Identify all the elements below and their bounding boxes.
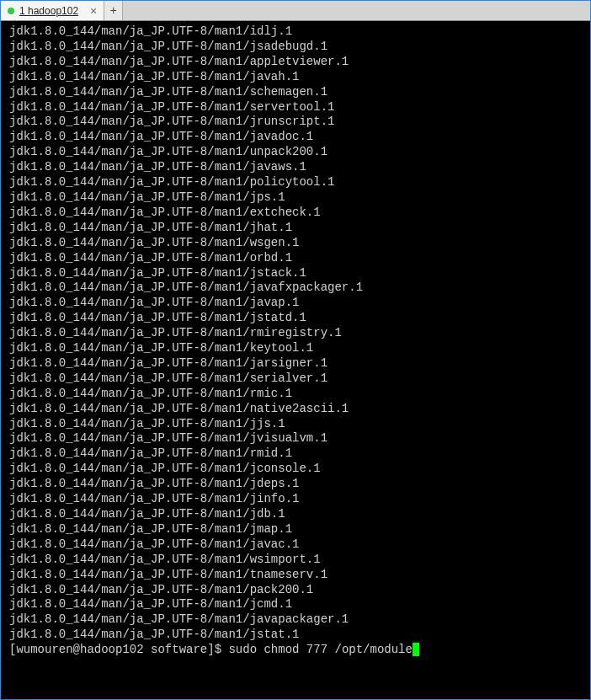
- terminal-line: jdk1.8.0_144/man/ja_JP.UTF-8/man1/rmid.1: [9, 446, 585, 462]
- terminal-line: jdk1.8.0_144/man/ja_JP.UTF-8/man1/wsimpo…: [9, 553, 585, 568]
- terminal-line: jdk1.8.0_144/man/ja_JP.UTF-8/man1/jstat.…: [9, 628, 585, 643]
- terminal-line: jdk1.8.0_144/man/ja_JP.UTF-8/man1/jdb.1: [9, 507, 585, 522]
- terminal-output[interactable]: jdk1.8.0_144/man/ja_JP.UTF-8/man1/idlj.1…: [1, 21, 590, 699]
- terminal-line: jdk1.8.0_144/man/ja_JP.UTF-8/man1/jarsig…: [9, 356, 585, 371]
- close-icon[interactable]: ×: [83, 5, 97, 17]
- terminal-line: jdk1.8.0_144/man/ja_JP.UTF-8/man1/jvisua…: [9, 431, 585, 446]
- terminal-line: jdk1.8.0_144/man/ja_JP.UTF-8/man1/javapa…: [9, 612, 585, 628]
- terminal-line: jdk1.8.0_144/man/ja_JP.UTF-8/man1/jstack…: [9, 266, 585, 281]
- tab-label: 1 hadoop102: [19, 5, 78, 17]
- terminal-line: jdk1.8.0_144/man/ja_JP.UTF-8/man1/javado…: [9, 130, 585, 145]
- terminal-line: jdk1.8.0_144/man/ja_JP.UTF-8/man1/wsgen.…: [9, 236, 585, 251]
- terminal-line: jdk1.8.0_144/man/ja_JP.UTF-8/man1/tnames…: [9, 568, 585, 583]
- cursor-icon: [413, 643, 419, 656]
- terminal-window: 1 hadoop102 × + jdk1.8.0_144/man/ja_JP.U…: [0, 0, 591, 700]
- terminal-line: jdk1.8.0_144/man/ja_JP.UTF-8/man1/policy…: [9, 175, 585, 190]
- terminal-line: jdk1.8.0_144/man/ja_JP.UTF-8/man1/native…: [9, 402, 585, 417]
- terminal-line: jdk1.8.0_144/man/ja_JP.UTF-8/man1/schema…: [9, 85, 585, 100]
- terminal-line: jdk1.8.0_144/man/ja_JP.UTF-8/man1/javap.…: [9, 296, 585, 311]
- terminal-line: jdk1.8.0_144/man/ja_JP.UTF-8/man1/jsadeb…: [9, 40, 585, 55]
- terminal-line: jdk1.8.0_144/man/ja_JP.UTF-8/man1/jconso…: [9, 462, 585, 477]
- terminal-line: jdk1.8.0_144/man/ja_JP.UTF-8/man1/jinfo.…: [9, 492, 585, 507]
- tab-bar: 1 hadoop102 × +: [1, 1, 590, 21]
- terminal-line: jdk1.8.0_144/man/ja_JP.UTF-8/man1/rmic.1: [9, 387, 585, 402]
- terminal-line: jdk1.8.0_144/man/ja_JP.UTF-8/man1/keytoo…: [9, 341, 585, 356]
- shell-prompt: [wumouren@hadoop102 software]$: [9, 643, 228, 658]
- terminal-line: jdk1.8.0_144/man/ja_JP.UTF-8/man1/javaws…: [9, 160, 585, 175]
- terminal-line: jdk1.8.0_144/man/ja_JP.UTF-8/man1/jhat.1: [9, 221, 585, 236]
- terminal-line: jdk1.8.0_144/man/ja_JP.UTF-8/man1/javah.…: [9, 70, 585, 85]
- terminal-line: jdk1.8.0_144/man/ja_JP.UTF-8/man1/pack20…: [9, 583, 585, 598]
- new-tab-button[interactable]: +: [104, 1, 123, 20]
- terminal-line: jdk1.8.0_144/man/ja_JP.UTF-8/man1/jrunsc…: [9, 115, 585, 130]
- terminal-line: jdk1.8.0_144/man/ja_JP.UTF-8/man1/javac.…: [9, 537, 585, 553]
- terminal-line: jdk1.8.0_144/man/ja_JP.UTF-8/man1/javafx…: [9, 281, 585, 296]
- terminal-line: jdk1.8.0_144/man/ja_JP.UTF-8/man1/rmireg…: [9, 326, 585, 341]
- terminal-prompt-line: [wumouren@hadoop102 software]$ sudo chmo…: [9, 643, 585, 658]
- terminal-line: jdk1.8.0_144/man/ja_JP.UTF-8/man1/unpack…: [9, 145, 585, 160]
- terminal-line: jdk1.8.0_144/man/ja_JP.UTF-8/man1/jstatd…: [9, 311, 585, 326]
- plus-icon: +: [110, 4, 117, 18]
- terminal-line: jdk1.8.0_144/man/ja_JP.UTF-8/man1/jjs.1: [9, 417, 585, 432]
- terminal-line: jdk1.8.0_144/man/ja_JP.UTF-8/man1/jps.1: [9, 190, 585, 206]
- terminal-line: jdk1.8.0_144/man/ja_JP.UTF-8/man1/server…: [9, 100, 585, 115]
- terminal-line: jdk1.8.0_144/man/ja_JP.UTF-8/man1/applet…: [9, 55, 585, 70]
- command-input[interactable]: sudo chmod 777 /opt/module: [228, 643, 412, 658]
- terminal-line: jdk1.8.0_144/man/ja_JP.UTF-8/man1/idlj.1: [9, 24, 585, 40]
- terminal-line: jdk1.8.0_144/man/ja_JP.UTF-8/man1/serial…: [9, 371, 585, 387]
- tab-hadoop102[interactable]: 1 hadoop102 ×: [1, 1, 104, 20]
- terminal-line: jdk1.8.0_144/man/ja_JP.UTF-8/man1/jcmd.1: [9, 597, 585, 612]
- connection-indicator-icon: [8, 8, 14, 14]
- terminal-line: jdk1.8.0_144/man/ja_JP.UTF-8/man1/orbd.1: [9, 251, 585, 266]
- terminal-line: jdk1.8.0_144/man/ja_JP.UTF-8/man1/extche…: [9, 206, 585, 221]
- terminal-line: jdk1.8.0_144/man/ja_JP.UTF-8/man1/jmap.1: [9, 522, 585, 537]
- terminal-line: jdk1.8.0_144/man/ja_JP.UTF-8/man1/jdeps.…: [9, 477, 585, 492]
